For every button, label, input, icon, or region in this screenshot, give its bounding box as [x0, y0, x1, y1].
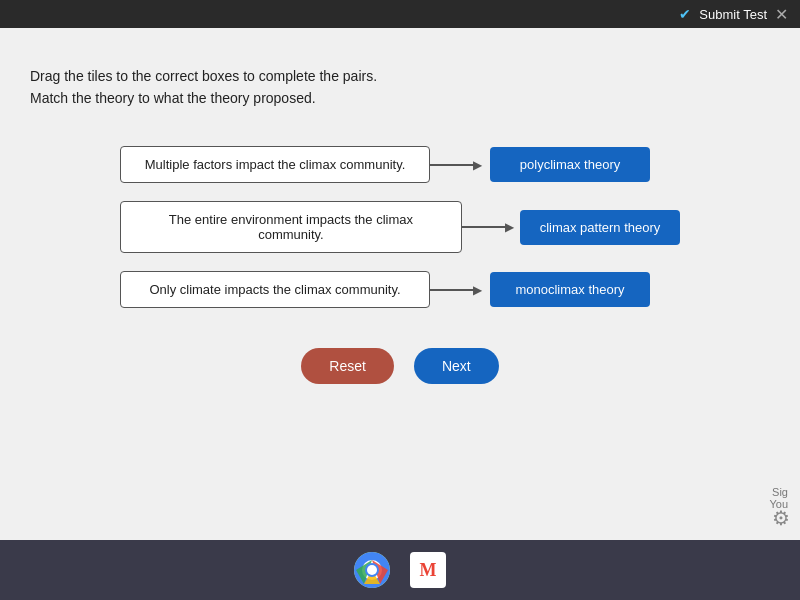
pair-row-1: Multiple factors impact the climax commu…	[120, 146, 680, 183]
pair-right-3[interactable]: monoclimax theory	[490, 272, 650, 307]
svg-point-3	[367, 565, 377, 575]
instruction-2: Match the theory to what the theory prop…	[30, 90, 770, 106]
pair-left-1[interactable]: Multiple factors impact the climax commu…	[120, 146, 430, 183]
reset-button[interactable]: Reset	[301, 348, 394, 384]
arrow-1	[430, 158, 490, 172]
submit-test-button[interactable]: Submit Test	[699, 7, 767, 22]
pair-row-3: Only climate impacts the climax communit…	[120, 271, 680, 308]
arrow-3	[430, 283, 490, 297]
pair-left-2[interactable]: The entire environment impacts the clima…	[120, 201, 462, 253]
top-bar: ✔ Submit Test ✕	[0, 0, 800, 28]
gmail-icon[interactable]: M	[410, 552, 446, 588]
check-icon: ✔	[679, 6, 691, 22]
arrow-2	[462, 220, 520, 234]
buttons-area: Reset Next	[30, 348, 770, 384]
pair-left-3[interactable]: Only climate impacts the climax communit…	[120, 271, 430, 308]
next-button[interactable]: Next	[414, 348, 499, 384]
instruction-1: Drag the tiles to the correct boxes to c…	[30, 68, 770, 84]
close-icon[interactable]: ✕	[775, 5, 788, 24]
chrome-icon[interactable]	[354, 552, 390, 588]
sign-text: SigYou	[769, 486, 788, 510]
content-area: Drag the tiles to the correct boxes to c…	[0, 28, 800, 540]
pair-right-1[interactable]: polyclimax theory	[490, 147, 650, 182]
taskbar: M	[0, 540, 800, 600]
pair-right-2[interactable]: climax pattern theory	[520, 210, 680, 245]
pairs-container: Multiple factors impact the climax commu…	[30, 146, 770, 308]
pair-row-2: The entire environment impacts the clima…	[120, 201, 680, 253]
